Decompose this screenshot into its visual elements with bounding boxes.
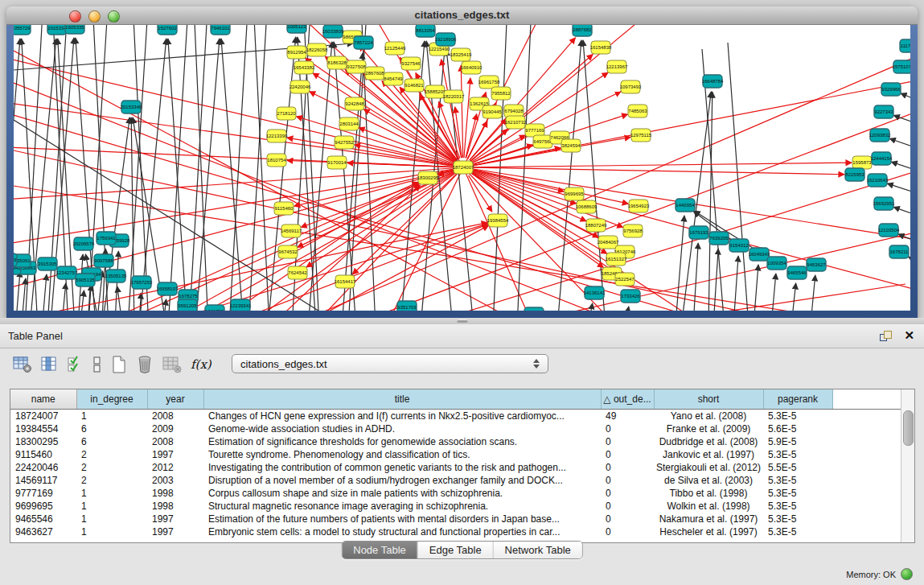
graph-node[interactable]: 12213967: [606, 60, 628, 73]
cell[interactable]: Tibbo et al. (1998): [654, 487, 763, 500]
graph-node[interactable]: 7946101: [211, 25, 230, 35]
cell[interactable]: Yano et al. (2008): [654, 410, 763, 423]
cell[interactable]: Estimation of significance thresholds fo…: [203, 435, 601, 448]
cell[interactable]: 1: [76, 513, 147, 525]
window-titlebar[interactable]: citations_edges.txt: [6, 6, 918, 25]
cell[interactable]: 5.3E-5: [763, 500, 832, 513]
graph-node[interactable]: 12239341: [230, 299, 252, 311]
graph-node[interactable]: 7485063: [628, 105, 647, 117]
cell[interactable]: 0: [601, 500, 654, 513]
cell[interactable]: 0: [601, 474, 654, 487]
graph-node[interactable]: 16210732: [505, 116, 527, 129]
table-row[interactable]: 1456911722003Disruption of a novel membe…: [10, 474, 901, 487]
table-row[interactable]: 2242004622012Investigating the contribut…: [10, 461, 901, 474]
column-header-0[interactable]: name: [10, 389, 76, 410]
graph-node[interactable]: 12125449: [384, 42, 406, 55]
graph-node[interactable]: 8912954: [287, 46, 306, 59]
cell[interactable]: Genome-wide association studies in ADHD.: [203, 422, 601, 435]
graph-node[interactable]: 2867608: [365, 67, 384, 80]
graph-node[interactable]: 2718120: [277, 107, 296, 120]
graph-node[interactable]: 1841706: [205, 305, 224, 311]
graph-node[interactable]: 20153346: [121, 101, 142, 113]
graph-node[interactable]: 8813054: [416, 25, 435, 37]
graph-node[interactable]: 9190445: [483, 105, 502, 118]
graph-node[interactable]: 17957253: [131, 276, 153, 289]
cell[interactable]: 0: [601, 513, 654, 525]
cell[interactable]: 0: [601, 461, 654, 474]
graph-node[interactable]: 5905135: [76, 274, 95, 286]
cell[interactable]: 0: [601, 448, 654, 461]
cell[interactable]: 9699695: [10, 500, 76, 513]
cell[interactable]: 19384554: [10, 422, 76, 435]
cell[interactable]: Disruption of a novel member of a sodium…: [203, 474, 601, 487]
tab-network-table[interactable]: Network Table: [494, 542, 582, 558]
graph-node[interactable]: 1679193: [689, 226, 708, 239]
graph-node[interactable]: 12975115: [630, 129, 652, 142]
table-scrollbar[interactable]: [901, 389, 914, 542]
cell[interactable]: 1998: [147, 500, 203, 513]
graph-node[interactable]: 9097588: [94, 254, 113, 267]
column-header-4[interactable]: △ out_de...: [601, 389, 654, 410]
cell[interactable]: 9115460: [10, 448, 76, 461]
graph-node[interactable]: 9170014: [327, 156, 347, 169]
graph-node[interactable]: 2887682: [573, 25, 592, 36]
graph-node[interactable]: 2522547: [615, 273, 634, 286]
cell[interactable]: Nakamura et al. (1997): [654, 513, 763, 525]
graph-node[interactable]: 3915305: [38, 257, 57, 270]
graph-node[interactable]: 22420046: [290, 80, 311, 93]
cell[interactable]: Embryonic stem cells: a model to study s…: [203, 525, 601, 538]
table-row[interactable]: 946554611997Estimation of the future num…: [10, 513, 901, 525]
graph-node[interactable]: 18325419: [450, 48, 472, 61]
cell[interactable]: Hescheler et al. (1997): [654, 525, 763, 538]
attribute-table[interactable]: namein_degreeyeartitle△ out_de...shortpa…: [10, 389, 901, 538]
table-mode-icon[interactable]: [13, 356, 32, 373]
graph-node[interactable]: 15692951: [873, 197, 895, 210]
table-row[interactable]: 1830029562008Estimation of significance …: [10, 435, 901, 448]
graph-node[interactable]: 14569117: [281, 225, 302, 237]
graph-node[interactable]: 9327546: [401, 57, 421, 70]
cell[interactable]: 1998: [147, 487, 203, 500]
cell[interactable]: 1: [76, 525, 147, 538]
column-header-5[interactable]: short: [654, 389, 763, 410]
cell[interactable]: 22420046: [10, 461, 76, 474]
graph-node[interactable]: 7639205: [709, 232, 729, 245]
column-chooser-icon[interactable]: [92, 356, 102, 373]
column-header-1[interactable]: in_degree: [76, 389, 147, 410]
cell[interactable]: Stergiakouli et al. (2012): [654, 461, 763, 474]
cell[interactable]: 2008: [147, 435, 203, 448]
cell[interactable]: 9465546: [10, 513, 76, 525]
cell[interactable]: 14569117: [10, 474, 76, 487]
graph-node[interactable]: 15751074: [893, 60, 910, 73]
graph-node[interactable]: 8186328: [327, 56, 347, 69]
graph-node[interactable]: 14136141: [584, 286, 606, 299]
graph-node[interactable]: 12342757: [56, 266, 78, 279]
graph-node[interactable]: 1733426: [621, 290, 640, 303]
graph-node[interactable]: 20206576: [73, 237, 95, 250]
graph-node[interactable]: 1759341: [97, 232, 116, 245]
cell[interactable]: 5.5E-5: [763, 461, 832, 474]
cell[interactable]: 0: [601, 435, 654, 448]
graph-node[interactable]: 16033809: [322, 25, 344, 38]
graph-node[interactable]: 1634476: [524, 307, 544, 311]
close-panel-icon[interactable]: ✕: [904, 328, 914, 343]
graph-node[interactable]: 1678211: [889, 245, 909, 258]
cell[interactable]: 1: [76, 500, 147, 513]
graph-node[interactable]: 9465546: [787, 266, 807, 279]
graph-node[interactable]: 13505135: [105, 270, 127, 282]
column-visibility-icon[interactable]: [41, 356, 59, 373]
cell[interactable]: 5.3E-5: [763, 513, 832, 525]
cell[interactable]: Jankovic et al. (1997): [654, 448, 763, 461]
cell[interactable]: Structural magnetic resonance image aver…: [203, 500, 601, 513]
cell[interactable]: Wolkin et al. (1998): [654, 500, 763, 513]
cell[interactable]: 5.6E-5: [763, 422, 832, 435]
graph-node[interactable]: 9327508: [347, 60, 366, 73]
cell[interactable]: 6: [76, 435, 147, 448]
cell[interactable]: de Silva et al. (2003): [654, 474, 763, 487]
cell[interactable]: 5.3E-5: [763, 525, 832, 538]
pane-divider[interactable]: [0, 318, 924, 324]
cell[interactable]: 2003: [147, 474, 203, 487]
graph-node[interactable]: 9227343: [874, 105, 893, 118]
cell[interactable]: 1997: [147, 513, 203, 525]
graph-node[interactable]: 7955812: [491, 87, 511, 100]
graph-node[interactable]: 16648784: [702, 75, 724, 88]
